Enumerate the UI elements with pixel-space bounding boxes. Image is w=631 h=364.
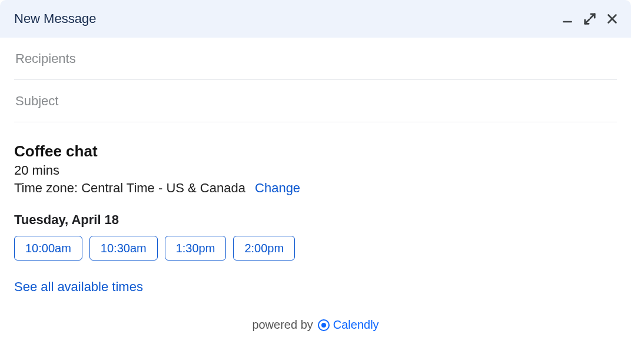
- brand-link[interactable]: Calendly: [318, 318, 379, 332]
- subject-row: [14, 80, 617, 122]
- expand-button[interactable]: [583, 12, 597, 26]
- date-heading: Tuesday, April 18: [14, 212, 617, 228]
- timezone-value: Central Time - US & Canada: [81, 181, 245, 195]
- event-duration: 20 mins: [14, 163, 617, 178]
- timezone-prefix: Time zone:: [14, 181, 81, 195]
- recipients-input[interactable]: [14, 51, 617, 67]
- minimize-icon: [562, 13, 573, 25]
- see-all-times-link[interactable]: See all available times: [14, 279, 143, 295]
- close-button[interactable]: [605, 12, 619, 26]
- time-slot[interactable]: 2:00pm: [233, 236, 295, 261]
- time-slot[interactable]: 10:00am: [14, 236, 82, 261]
- time-slot[interactable]: 1:30pm: [165, 236, 227, 261]
- compose-window: New Message: [0, 0, 631, 364]
- time-slots: 10:00am 10:30am 1:30pm 2:00pm: [14, 236, 617, 261]
- titlebar: New Message: [0, 0, 631, 38]
- titlebar-actions: [560, 12, 619, 26]
- calendly-logo-icon: [318, 319, 330, 331]
- change-timezone-link[interactable]: Change: [255, 181, 300, 195]
- powered-by-footer: powered by Calendly: [14, 318, 617, 332]
- time-slot[interactable]: 10:30am: [89, 236, 158, 261]
- message-body[interactable]: Coffee chat 20 mins Time zone: Central T…: [0, 122, 631, 332]
- subject-input[interactable]: [14, 93, 617, 109]
- recipients-row: [14, 38, 617, 80]
- close-icon: [606, 12, 619, 25]
- window-title: New Message: [14, 11, 96, 26]
- brand-name: Calendly: [333, 318, 379, 332]
- minimize-button[interactable]: [560, 12, 574, 26]
- header-fields: [0, 38, 631, 122]
- powered-by-prefix: powered by: [252, 318, 313, 332]
- expand-icon: [583, 12, 596, 25]
- event-title: Coffee chat: [14, 142, 617, 161]
- timezone-line: Time zone: Central Time - US & Canada Ch…: [14, 181, 617, 196]
